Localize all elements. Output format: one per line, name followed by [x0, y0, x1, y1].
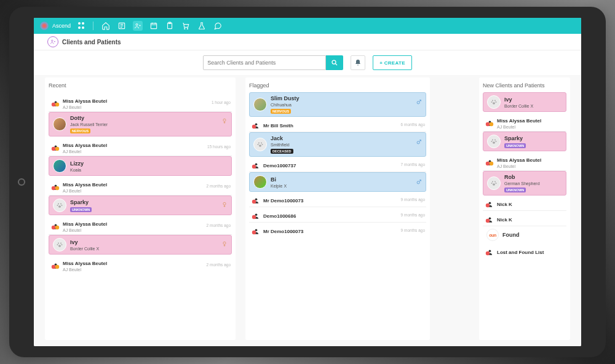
list-item[interactable]: JackSmithfieldDECEASEDDemo10007377 month…	[249, 132, 426, 172]
owner-row[interactable]: Demo10007377 months ago	[249, 157, 426, 172]
svg-point-66	[496, 141, 497, 142]
list-item[interactable]: RobGerman ShepherdUNKNOWNNick K	[483, 171, 566, 211]
app-screen: Ascend Clients and Patients	[34, 18, 581, 346]
owner-row[interactable]: Lost and Found List	[483, 243, 566, 258]
svg-point-40	[258, 143, 260, 144]
list-item[interactable]: SparkyUNKNOWNMiss Alyssa BeutelAJ Beutel	[483, 132, 566, 171]
owner-row[interactable]: Miss Alyssa BeutelAJ Beutel2 months ago	[49, 255, 232, 274]
patient-card[interactable]: IvyBorder Collie X	[483, 92, 566, 112]
search-input[interactable]	[203, 55, 326, 70]
list-item[interactable]: IvyBorder Collie XMiss Alyssa BeutelAJ B…	[483, 92, 566, 132]
svg-point-79	[486, 219, 490, 223]
news-icon[interactable]	[117, 21, 127, 31]
list-item[interactable]: IvyBorder Collie XMiss Alyssa BeutelAJ B…	[49, 235, 232, 274]
timestamp: 2 months ago	[207, 223, 231, 227]
patient-card[interactable]: IvyBorder Collie X	[49, 235, 232, 255]
svg-point-37	[417, 101, 419, 104]
svg-point-8	[332, 60, 336, 64]
cart-icon[interactable]	[181, 21, 191, 31]
patient-card[interactable]: JackSmithfieldDECEASED	[249, 132, 426, 157]
owner-row[interactable]: Miss Alyssa BeutelAJ Beutel2 months ago	[49, 215, 232, 234]
person-icon	[486, 215, 494, 222]
patient-card[interactable]: BiKelpie X	[249, 172, 426, 192]
owner-row[interactable]: Miss Alyssa BeutelAJ Beutel15 hours ago	[49, 136, 232, 156]
owner-row[interactable]: Mr Demo10000739 months ago	[249, 192, 426, 207]
person-icon	[52, 98, 60, 106]
person-icon	[486, 118, 494, 125]
patient-card[interactable]: Slim DustyChihuahuaNERVOUS	[249, 92, 426, 117]
patient-breed: Koala	[70, 168, 84, 172]
owner-row[interactable]: Miss Alyssa BeutelAJ Beutel2 months ago	[49, 176, 232, 195]
status-tag: UNKNOWN	[70, 207, 92, 212]
timestamp: 2 months ago	[207, 183, 231, 188]
notification-button[interactable]	[351, 55, 365, 70]
svg-point-42	[258, 144, 259, 145]
svg-point-20	[60, 204, 62, 205]
apps-icon[interactable]	[78, 22, 85, 30]
column-title-recent: Recent	[49, 82, 232, 89]
create-button[interactable]: + CREATE	[373, 55, 412, 70]
search-button[interactable]	[326, 55, 343, 70]
calendar-icon[interactable]	[149, 21, 159, 31]
controls-row: + CREATE	[34, 50, 581, 75]
tablet-home-button[interactable]	[18, 178, 25, 186]
owner-row[interactable]: Miss Alyssa BeutelAJ Beutel	[483, 151, 566, 170]
columns: Recent Miss Alyssa BeutelAJ Beutel1 hour…	[34, 75, 581, 346]
svg-point-72	[494, 181, 496, 183]
owner-sub: AJ Beutel	[63, 149, 107, 154]
list-item[interactable]: ounFoundLost and Found List	[483, 226, 566, 258]
owner-name: Mr Demo1000073	[263, 229, 303, 234]
owner-name: Miss Alyssa Beutel	[497, 157, 541, 163]
column-new: New Clients and Patients IvyBorder Colli…	[479, 77, 570, 340]
svg-point-62	[490, 122, 493, 125]
owner-row[interactable]: Demo10006869 months ago	[249, 207, 426, 222]
svg-point-31	[62, 244, 63, 245]
patient-name: Found	[502, 232, 520, 238]
person-icon	[253, 160, 260, 168]
list-item[interactable]: Miss Alyssa BeutelAJ Beutel1 hour ago	[49, 92, 232, 112]
owner-row[interactable]: Mr Bill Smith6 months ago	[249, 117, 426, 132]
owner-sub: AJ Beutel	[497, 164, 541, 168]
owner-name: Miss Alyssa Beutel	[63, 98, 107, 104]
brand[interactable]: Ascend	[40, 22, 71, 30]
person-icon	[253, 211, 260, 218]
owner-name: Mr Bill Smith	[263, 123, 293, 129]
svg-point-64	[494, 140, 496, 141]
owner-name: Miss Alyssa Beutel	[63, 143, 107, 148]
list-item[interactable]: DottyJack Russell TerrierNERVOUSMiss Aly…	[49, 112, 232, 156]
svg-point-30	[57, 244, 58, 245]
owner-row[interactable]: Mr Demo10000739 months ago	[249, 223, 426, 237]
patient-card[interactable]: DottyJack Russell TerrierNERVOUS	[49, 112, 232, 136]
patient-card[interactable]: SparkyUNKNOWN	[49, 196, 232, 215]
list-item[interactable]: Slim DustyChihuahuaNERVOUSMr Bill Smith6…	[249, 92, 426, 132]
owner-row[interactable]: Miss Alyssa BeutelAJ Beutel1 hour ago	[49, 92, 232, 111]
home-icon[interactable]	[101, 21, 111, 31]
chat-icon[interactable]	[213, 21, 223, 31]
list-item[interactable]: Demo10006869 months ago	[249, 207, 426, 223]
clipboard-icon[interactable]	[165, 21, 175, 31]
search-wrap	[203, 55, 343, 70]
svg-point-29	[60, 243, 62, 244]
patient-card[interactable]: SparkyUNKNOWN	[483, 132, 566, 151]
patient-card[interactable]: RobGerman ShepherdUNKNOWN	[483, 171, 566, 196]
svg-rect-2	[151, 23, 156, 29]
svg-point-21	[57, 205, 58, 206]
owner-row[interactable]: Miss Alyssa BeutelAJ Beutel	[483, 112, 566, 131]
patient-name: Dotty	[70, 115, 108, 121]
owner-row[interactable]: Nick K	[483, 196, 566, 210]
list-item[interactable]: Mr Demo10000739 months ago	[249, 223, 426, 237]
patient-card[interactable]: LizzyKoala	[49, 156, 232, 176]
patient-card[interactable]: ounFound	[483, 226, 566, 243]
person-icon	[52, 143, 60, 150]
lab-icon[interactable]	[197, 21, 207, 31]
status-tag: NERVOUS	[70, 129, 90, 133]
list-item[interactable]: LizzyKoalaMiss Alyssa BeutelAJ Beutel2 m…	[49, 156, 232, 196]
owner-row[interactable]: Nick K	[483, 211, 566, 226]
clients-icon[interactable]	[133, 21, 143, 31]
list-item[interactable]: Nick K	[483, 211, 566, 226]
owner-sub: AJ Beutel	[63, 228, 107, 232]
owner-name: Demo1000686	[263, 213, 296, 219]
list-item[interactable]: SparkyUNKNOWNMiss Alyssa BeutelAJ Beutel…	[49, 196, 232, 235]
patient-breed: Border Collie X	[70, 247, 99, 251]
list-item[interactable]: BiKelpie XMr Demo10000739 months ago	[249, 172, 426, 207]
